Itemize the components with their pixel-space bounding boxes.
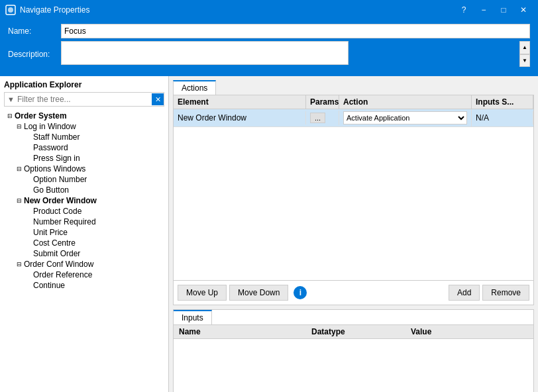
tree-item-press-sign-in[interactable]: – Press Sign in (4, 153, 164, 164)
tree-container: ⊟ Order System ⊟ Log in Window – Staff N… (4, 111, 164, 392)
tree-label-order-reference: Order Reference (33, 270, 164, 279)
remove-button[interactable]: Remove (482, 285, 529, 301)
tree-item-password[interactable]: – Password (4, 142, 164, 153)
tree-label-option-number: Option Number (33, 175, 164, 184)
tree-label-new-order-window: New Order Window (24, 196, 164, 205)
actions-tab[interactable]: Actions (173, 80, 216, 95)
tree-label-options-windows: Options Windows (24, 164, 164, 173)
description-input[interactable] (61, 41, 349, 65)
tree-item-submit-order[interactable]: – Submit Order (4, 248, 164, 259)
inputs-section: Inputs Name Datatype Value (173, 309, 534, 392)
th-inputs: Inputs S... (472, 95, 533, 109)
tree-item-order-system[interactable]: ⊟ Order System (4, 111, 164, 121)
expand-number-required: – (24, 217, 33, 226)
scroll-down-btn[interactable]: ▼ (519, 54, 530, 68)
tree-item-continue[interactable]: – Continue (4, 280, 164, 291)
action-buttons-row: Move Up Move Down i Add Remove (174, 280, 533, 305)
expand-password: – (24, 143, 33, 152)
expand-order-reference: – (24, 270, 33, 279)
th-params: Params (306, 95, 339, 109)
tree-item-option-number[interactable]: – Option Number (4, 174, 164, 185)
inputs-tab-bar: Inputs (174, 310, 533, 325)
left-panel: Application Explorer ▼ ✕ ⊟ Order System … (0, 76, 169, 392)
info-icon[interactable]: i (294, 286, 307, 299)
td-element: New Order Window (174, 111, 306, 124)
table-row[interactable]: New Order Window ... Activate Applicatio… (174, 109, 533, 127)
tree-item-log-in-window[interactable]: ⊟ Log in Window (4, 121, 164, 132)
tree-label-staff-number: Staff Number (33, 132, 164, 142)
tree-item-unit-price[interactable]: – Unit Price (4, 227, 164, 238)
right-panel: Actions Element Params Action Inputs S..… (169, 76, 538, 392)
close-button[interactable]: ✕ (514, 2, 533, 18)
move-down-button[interactable]: Move Down (229, 285, 288, 301)
header-area: Name: Description: ▲ ▼ (0, 20, 538, 76)
name-label: Name: (8, 26, 61, 36)
expand-staff-number: – (24, 132, 33, 142)
th-action: Action (339, 95, 472, 109)
tree-label-order-system: Order System (15, 111, 164, 121)
expand-order-system[interactable]: ⊟ (5, 111, 15, 121)
params-button[interactable]: ... (310, 113, 325, 123)
name-input[interactable] (61, 24, 530, 38)
name-row: Name: (8, 24, 530, 38)
inputs-th-datatype: Datatype (306, 325, 405, 338)
tree-label-order-conf-window: Order Conf Window (24, 260, 164, 269)
explorer-title: Application Explorer (4, 80, 164, 89)
tree-item-options-windows[interactable]: ⊟ Options Windows (4, 164, 164, 174)
inputs-tab[interactable]: Inputs (174, 310, 212, 324)
tree-label-cost-centre: Cost Centre (33, 238, 164, 248)
td-params: ... (306, 111, 339, 125)
expand-continue: – (24, 281, 33, 290)
maximize-button[interactable]: □ (494, 2, 513, 18)
tree-label-press-sign-in: Press Sign in (33, 154, 164, 163)
tree-label-continue: Continue (33, 281, 164, 290)
expand-new-order-window[interactable]: ⊟ (15, 196, 24, 205)
description-scrollbar: ▲ ▼ (519, 41, 530, 67)
window-title: Navigate Properties (20, 5, 455, 15)
actions-empty-area (174, 127, 533, 280)
inputs-th-value: Value (405, 325, 533, 338)
description-container: ▲ ▼ (61, 41, 530, 67)
tab-bar: Actions (173, 80, 534, 95)
tree-item-cost-centre[interactable]: – Cost Centre (4, 238, 164, 248)
tree-label-log-in-window: Log in Window (24, 122, 164, 131)
tree-label-product-code: Product Code (33, 207, 164, 216)
actions-table-header: Element Params Action Inputs S... (174, 95, 533, 109)
expand-order-conf-window[interactable]: ⊟ (15, 260, 24, 269)
title-bar: Navigate Properties ? − □ ✕ (0, 0, 538, 20)
tree-item-order-reference[interactable]: – Order Reference (4, 270, 164, 280)
expand-product-code: – (24, 207, 33, 216)
description-label: Description: (8, 50, 61, 59)
inputs-table-header: Name Datatype Value (174, 325, 533, 339)
tree-label-submit-order: Submit Order (33, 249, 164, 258)
actions-panel: Element Params Action Inputs S... New Or… (173, 95, 534, 305)
tree-item-order-conf-window[interactable]: ⊟ Order Conf Window (4, 259, 164, 270)
td-inputs: N/A (472, 111, 533, 124)
tree-label-unit-price: Unit Price (33, 228, 164, 237)
tree-item-go-button[interactable]: – Go Button (4, 185, 164, 195)
help-button[interactable]: ? (455, 2, 473, 18)
tree-item-staff-number[interactable]: – Staff Number (4, 132, 164, 142)
expand-go-button: – (24, 185, 33, 195)
minimize-button[interactable]: − (474, 2, 493, 18)
expand-log-in-window[interactable]: ⊟ (15, 122, 24, 131)
expand-options-windows[interactable]: ⊟ (15, 164, 24, 173)
expand-option-number: – (24, 175, 33, 184)
window-controls: ? − □ ✕ (455, 2, 533, 18)
expand-press-sign-in: – (24, 154, 33, 163)
tree-item-new-order-window[interactable]: ⊟ New Order Window (4, 195, 164, 206)
filter-row: ▼ ✕ (4, 92, 164, 107)
filter-input[interactable] (17, 95, 152, 104)
filter-icon: ▼ (5, 95, 17, 103)
action-select[interactable]: Activate Application (343, 111, 467, 124)
tree-label-password: Password (33, 143, 164, 152)
td-action: Activate Application (339, 109, 472, 126)
scroll-up-btn[interactable]: ▲ (519, 41, 530, 54)
filter-clear-button[interactable]: ✕ (152, 93, 164, 105)
tree-item-product-code[interactable]: – Product Code (4, 206, 164, 217)
add-button[interactable]: Add (449, 285, 480, 301)
th-element: Element (174, 95, 306, 109)
tree-item-number-required[interactable]: – Number Required (4, 217, 164, 227)
move-up-button[interactable]: Move Up (178, 285, 227, 301)
expand-cost-centre: – (24, 238, 33, 248)
